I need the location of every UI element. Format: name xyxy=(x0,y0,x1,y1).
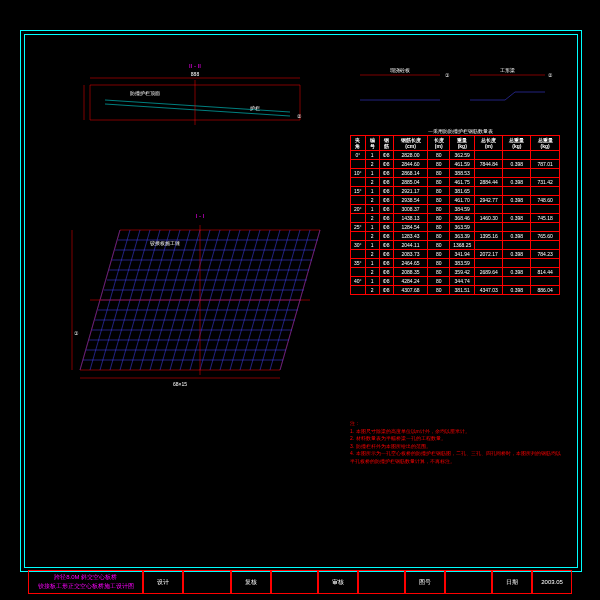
notes-block: 注： 1. 本图尺寸除梁的高度单位以m计外，余均以厘米计。2. 材料数量表为半幅… xyxy=(350,420,565,465)
titleblock: 跨径8.0M 斜交空心板桥铰接板工形正交空心板桥施工设计图 设计 复核 审核 图… xyxy=(28,570,572,594)
annot-a5: ② xyxy=(297,113,302,119)
dim-bot-h: 600 xyxy=(70,296,71,305)
dim-bot: 68×15 xyxy=(173,381,187,387)
rebar-table: 夹角编号钢筋钢筋长度 (cm)长度 (m)重量 (kg)总长度 (m)总重量 (… xyxy=(350,135,560,295)
annot-a2: 护栏 xyxy=(249,105,260,111)
section-bot-label: I - I xyxy=(196,213,205,219)
svg-line-52 xyxy=(505,92,515,100)
section-top-label: II - II xyxy=(189,63,201,69)
annot-a4: ① xyxy=(74,330,79,336)
legend-n2: ② xyxy=(548,72,553,78)
annot-a1: 防撞护栏顶面 xyxy=(130,90,160,96)
notes-title: 注： xyxy=(350,420,360,426)
dim-top: 888 xyxy=(191,71,200,77)
legend-right: 工形梁 xyxy=(500,67,515,73)
legend-left: 现浇砼板 xyxy=(390,67,410,73)
annot-a3: 铰接板施工缝 xyxy=(149,240,180,246)
table-title: 一采用防防撞护栏钢筋数量表 xyxy=(395,128,525,134)
legend-n1: ① xyxy=(445,72,450,78)
